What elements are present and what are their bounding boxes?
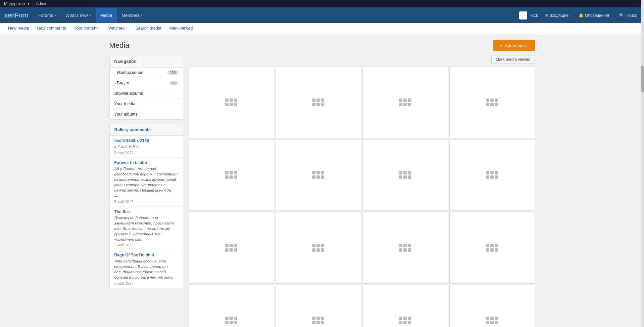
media-cell-10[interactable] — [362, 212, 448, 284]
media-cell-8[interactable] — [189, 212, 274, 284]
nav-item-forums[interactable]: Forums ▾ — [34, 8, 61, 23]
sub-nav-your-content[interactable]: Your content ▾ — [70, 23, 104, 34]
comment-item-1: Forever In Limbo Ад у Данте имеет вид ко… — [110, 158, 183, 207]
main-nav: xenForo Forums ▾ What's new ▾ Media Memb… — [0, 7, 644, 23]
media-cell-15[interactable] — [449, 285, 535, 327]
dot-group-9 — [312, 244, 324, 252]
nav-item-media[interactable]: Media — [96, 8, 117, 23]
media-grid — [189, 67, 535, 327]
dot-group-11 — [486, 244, 498, 252]
dot-group-13 — [312, 317, 324, 324]
gallery-comments-section: Gallery comments final3-3840-x-2160 К Р … — [109, 124, 183, 288]
navigation-heading: Navigation — [110, 55, 183, 68]
dot-group-8 — [225, 244, 237, 252]
comment-title-0[interactable]: final3-3840-x-2160 — [114, 138, 178, 143]
moderator-menu[interactable]: Модератор — [4, 1, 25, 6]
comment-text-3: Что дельфины добрые, это стереотип. В ав… — [114, 258, 178, 280]
logo[interactable]: xenForo — [4, 7, 28, 23]
scrollbar-track[interactable] — [641, 0, 644, 327]
forums-chevron: ▾ — [54, 13, 56, 17]
media-cell-14[interactable] — [362, 285, 448, 327]
media-placeholder-9 — [312, 244, 324, 252]
media-cell-6[interactable] — [362, 139, 448, 211]
media-placeholder-1 — [312, 98, 324, 106]
admin-link[interactable]: Admin — [36, 1, 47, 6]
search-icon: 🔍 — [619, 13, 624, 18]
bell-icon: 🔔 — [579, 13, 584, 18]
mark-media-viewed-button[interactable]: Mark media viewed — [491, 55, 535, 64]
media-placeholder-14 — [399, 317, 411, 324]
nav-item-members[interactable]: Members ▾ — [117, 8, 147, 23]
admin-bar: Модератор ▾ | Admin — [0, 0, 644, 7]
media-cell-9[interactable] — [276, 212, 361, 284]
media-cell-0[interactable] — [189, 67, 274, 138]
media-cell-4[interactable] — [189, 139, 274, 211]
dot-group-3 — [486, 98, 498, 106]
comment-title-3[interactable]: Rage Of The Dolphin — [114, 253, 178, 257]
comment-date-3: 5 май 2017 — [114, 281, 178, 285]
page-wrapper: Media ＋ Add media... Navigation Изображе… — [104, 34, 540, 327]
sidebar: Navigation Изображения 265 Видео 11 Brow… — [109, 55, 183, 327]
comment-text-1: Ад у Данте имеет вид колоссальной воронк… — [114, 166, 178, 199]
dot-group-15 — [486, 317, 498, 324]
dot-group-7 — [486, 171, 498, 179]
media-placeholder-0 — [225, 98, 237, 106]
dot-group-5 — [312, 171, 324, 179]
username: kick — [531, 13, 538, 18]
media-cell-3[interactable] — [449, 67, 535, 138]
media-placeholder-6 — [399, 171, 411, 179]
comment-text-0: К Р А С И В О — [114, 144, 178, 150]
sidebar-your-albums[interactable]: Your albums — [110, 109, 183, 119]
sidebar-item-video[interactable]: Видео 11 — [110, 78, 183, 88]
dot-group-2 — [399, 98, 411, 106]
media-cell-5[interactable] — [276, 139, 361, 211]
members-chevron: ▾ — [141, 13, 143, 17]
media-cell-12[interactable] — [189, 285, 274, 327]
sub-nav-search-media[interactable]: Search media — [131, 23, 165, 34]
sub-nav: New media New comments Your content ▾ Wa… — [0, 23, 644, 34]
navigation-section: Navigation Изображения 265 Видео 11 Brow… — [109, 55, 183, 120]
media-cell-1[interactable] — [276, 67, 361, 138]
admin-bar-separator: | — [32, 1, 33, 6]
dot-group-14 — [399, 317, 411, 324]
sub-nav-mark-viewed[interactable]: Mark viewed — [165, 23, 197, 34]
dot-group-4 — [225, 171, 237, 179]
dot-group-0 — [225, 98, 237, 106]
media-placeholder-13 — [312, 317, 324, 324]
media-cell-13[interactable] — [276, 285, 361, 327]
search-button[interactable]: 🔍 Поиск — [616, 11, 640, 20]
content-layout: Navigation Изображения 265 Видео 11 Brow… — [109, 55, 535, 327]
sub-nav-new-media[interactable]: New media — [4, 23, 33, 34]
dot-group-12 — [225, 317, 237, 324]
mark-viewed-bar: Mark media viewed — [189, 55, 535, 64]
inbox-button[interactable]: ✉ Входящие — [541, 11, 572, 20]
sub-nav-watched[interactable]: Watched ▾ — [104, 23, 131, 34]
media-cell-11[interactable] — [449, 212, 535, 284]
nav-item-whats-new[interactable]: What's new ▾ — [61, 8, 96, 23]
media-cell-2[interactable] — [362, 67, 448, 138]
add-media-button[interactable]: ＋ Add media... — [493, 40, 535, 51]
media-placeholder-15 — [486, 317, 498, 324]
comment-date-1: 5 май 2017 — [114, 200, 178, 204]
comment-text-2: Девочка не бедная - она заклинает монстр… — [114, 215, 178, 242]
comment-title-2[interactable]: The Sea — [114, 209, 178, 214]
comment-item-0: final3-3840-x-2160 К Р А С И В О 3 июн 2… — [110, 136, 183, 158]
sub-nav-new-comments[interactable]: New comments — [33, 23, 70, 34]
sidebar-item-images[interactable]: Изображения 265 — [110, 68, 183, 78]
nav-items: Forums ▾ What's new ▾ Media Members ▾ — [34, 8, 519, 23]
moderator-chevron: ▾ — [28, 1, 30, 6]
media-placeholder-10 — [399, 244, 411, 252]
media-cell-7[interactable] — [449, 139, 535, 211]
main-area: Mark media viewed — [189, 55, 535, 327]
scrollbar-thumb[interactable] — [641, 66, 644, 92]
sidebar-browse-albums[interactable]: Browse albums — [110, 88, 183, 99]
video-count-badge: 11 — [169, 81, 178, 85]
sidebar-your-media[interactable]: Your media — [110, 99, 183, 109]
media-placeholder-8 — [225, 244, 237, 252]
comment-title-1[interactable]: Forever In Limbo — [114, 160, 178, 165]
media-placeholder-4 — [225, 171, 237, 179]
media-placeholder-11 — [486, 244, 498, 252]
alerts-button[interactable]: 🔔 Оповещения — [575, 11, 612, 20]
your-content-chevron: ▾ — [98, 27, 100, 30]
page-title: Media — [109, 41, 130, 50]
